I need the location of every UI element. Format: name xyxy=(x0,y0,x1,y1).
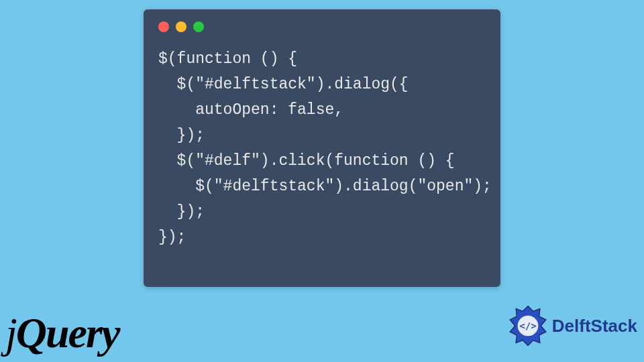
jquery-logo-rest: Query xyxy=(16,309,119,357)
jquery-logo-j: j xyxy=(5,309,16,357)
minimize-icon xyxy=(176,21,186,32)
code-line: $("#delftstack").dialog({ xyxy=(158,72,486,98)
delftstack-badge-icon: </> xyxy=(506,304,549,347)
close-icon xyxy=(158,21,169,32)
code-line: $(function () { xyxy=(158,47,486,72)
code-line: }); xyxy=(158,123,486,149)
delftstack-logo: </> DelftStack xyxy=(506,304,637,347)
delftstack-text: DelftStack xyxy=(552,316,637,337)
code-line: }); xyxy=(158,225,486,251)
svg-text:</>: </> xyxy=(519,320,536,331)
code-line: }); xyxy=(158,200,486,225)
code-line: $("#delftstack").dialog("open"); xyxy=(158,174,486,200)
jquery-logo: jQuery xyxy=(5,308,119,358)
window-controls xyxy=(158,21,486,32)
zoom-icon xyxy=(193,21,204,32)
code-window: $(function () { $("#delftstack").dialog(… xyxy=(144,9,500,287)
code-line: autoOpen: false, xyxy=(158,98,486,123)
code-line: $("#delf").click(function () { xyxy=(158,149,486,174)
code-block: $(function () { $("#delftstack").dialog(… xyxy=(158,47,486,251)
